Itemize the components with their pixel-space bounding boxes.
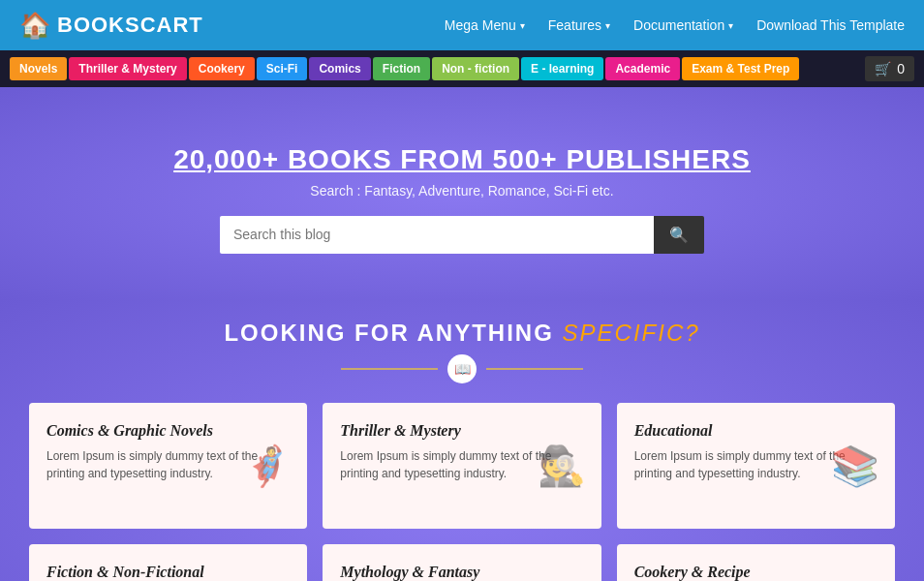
section-title: LOOKING FOR ANYTHING Specific? xyxy=(29,320,895,347)
category-card[interactable]: Mythology & Fantasy Lorem Ipsum is simpl… xyxy=(323,544,601,581)
cards-grid: Comics & Graphic Novels Lorem Ipsum is s… xyxy=(29,403,895,581)
cart-count: 0 xyxy=(897,61,905,76)
card-title: Mythology & Fantasy xyxy=(340,564,583,581)
logo-icon: 🏠 xyxy=(19,11,51,41)
card-title: Fiction & Non-Fictional xyxy=(46,564,290,581)
category-tag[interactable]: Academic xyxy=(605,57,680,80)
category-card[interactable]: Fiction & Non-Fictional Lorem Ipsum is s… xyxy=(29,544,307,581)
card-icon: 🕵 xyxy=(538,443,586,489)
hero-title: 20,000+ BOOKS FROM 500+ PUBLISHERS xyxy=(173,144,751,175)
card-title: Cookery & Recipe xyxy=(634,564,878,581)
nav-item[interactable]: Features▾ xyxy=(548,17,610,33)
cart-button[interactable]: 🛒 0 xyxy=(865,56,914,81)
card-title: Thriller & Mystery xyxy=(340,422,583,440)
category-tag[interactable]: Comics xyxy=(309,57,370,80)
category-tag[interactable]: Cookery xyxy=(189,57,255,80)
category-tag[interactable]: Exam & Test Prep xyxy=(682,57,799,80)
cart-area: 🛒 0 xyxy=(865,56,914,81)
cart-icon: 🛒 xyxy=(875,61,891,76)
search-button[interactable]: 🔍 xyxy=(654,216,704,254)
card-title: Comics & Graphic Novels xyxy=(46,422,290,440)
divider-icon: 📖 xyxy=(447,354,477,383)
section-divider: 📖 xyxy=(29,354,895,383)
divider-line-left xyxy=(341,368,438,370)
nav-item[interactable]: Documentation▾ xyxy=(633,17,733,33)
chevron-down-icon: ▾ xyxy=(605,20,610,31)
search-input[interactable] xyxy=(220,216,654,254)
categories-section: LOOKING FOR ANYTHING Specific? 📖 Comics … xyxy=(0,300,924,581)
hero-subtitle: Search : Fantasy, Adventure, Romance, Sc… xyxy=(310,183,613,199)
category-tag[interactable]: Fiction xyxy=(373,57,430,80)
category-bar: NovelsThriller & MysteryCookerySci-FiCom… xyxy=(0,50,924,87)
logo[interactable]: 🏠 BOOKSCART xyxy=(19,11,203,41)
divider-line-right xyxy=(486,368,583,370)
category-tag[interactable]: Novels xyxy=(10,57,67,80)
category-card[interactable]: Cookery & Recipe Lorem Ipsum is simply d… xyxy=(617,544,895,581)
category-card[interactable]: Thriller & Mystery Lorem Ipsum is simply… xyxy=(323,403,601,529)
hero-title-text: 20,000+ BOOKS FROM 500+ PUBLISHERS xyxy=(173,144,751,174)
chevron-down-icon: ▾ xyxy=(520,20,525,31)
main-nav: Mega Menu▾Features▾Documentation▾Downloa… xyxy=(445,17,905,33)
category-tag[interactable]: E - learning xyxy=(521,57,603,80)
logo-text: BOOKSCART xyxy=(57,13,203,38)
nav-item[interactable]: Mega Menu▾ xyxy=(445,17,525,33)
section-header: LOOKING FOR ANYTHING Specific? 📖 xyxy=(29,320,895,383)
hero-section: 20,000+ BOOKS FROM 500+ PUBLISHERS Searc… xyxy=(0,87,924,300)
card-icon: 🦸 xyxy=(243,443,292,489)
search-bar: 🔍 xyxy=(220,216,704,254)
chevron-down-icon: ▾ xyxy=(728,20,733,31)
card-title: Educational xyxy=(634,422,878,440)
header: 🏠 BOOKSCART Mega Menu▾Features▾Documenta… xyxy=(0,0,924,50)
category-tag[interactable]: Non - fiction xyxy=(432,57,519,80)
section-title-accent: Specific? xyxy=(563,320,700,346)
category-tag[interactable]: Sci-Fi xyxy=(257,57,308,80)
nav-item[interactable]: Download This Template xyxy=(756,17,905,33)
card-icon: 📚 xyxy=(831,443,879,489)
category-card[interactable]: Educational Lorem Ipsum is simply dummy … xyxy=(617,403,895,529)
section-title-main: LOOKING FOR ANYTHING xyxy=(224,320,553,346)
category-tag[interactable]: Thriller & Mystery xyxy=(69,57,186,80)
category-card[interactable]: Comics & Graphic Novels Lorem Ipsum is s… xyxy=(29,403,307,529)
